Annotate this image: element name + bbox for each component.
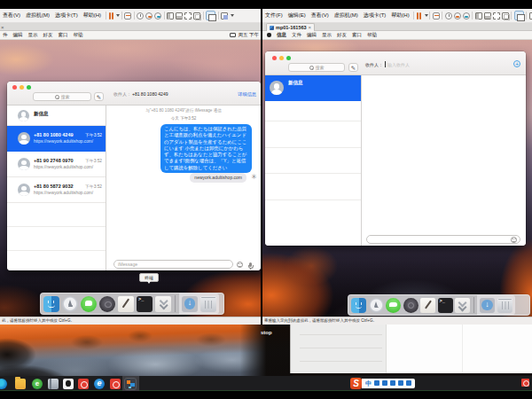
background-window[interactable] bbox=[290, 325, 532, 373]
minimize-button[interactable] bbox=[279, 56, 284, 60]
send-ctrl-alt-del-icon[interactable] bbox=[124, 12, 131, 20]
mac-menu-buddies[interactable]: 好友 bbox=[334, 32, 349, 38]
messages-icon[interactable] bbox=[81, 296, 97, 312]
pause-vm-button[interactable] bbox=[109, 12, 113, 20]
message-input[interactable]: iMessage bbox=[113, 260, 233, 269]
input-mode-zh[interactable]: 中 bbox=[365, 380, 372, 387]
sogou-tool-icon[interactable] bbox=[374, 380, 379, 386]
mac-menu-file[interactable]: 文件 bbox=[289, 32, 304, 38]
unity-mode-icon[interactable] bbox=[502, 12, 509, 20]
conversation-item-new[interactable]: 新信息 bbox=[7, 106, 106, 126]
tray-red-icon[interactable] bbox=[521, 379, 529, 387]
conversation-item-new-selected[interactable]: 新信息 bbox=[265, 75, 361, 101]
menubar-clock[interactable]: 周五 下午 bbox=[238, 32, 259, 38]
minimize-button[interactable] bbox=[20, 85, 24, 90]
close-button[interactable] bbox=[272, 56, 277, 60]
red-app-icon[interactable] bbox=[78, 379, 89, 389]
conversation-item[interactable]: +81 80 5872 9032 下午3:52 https://newyork.… bbox=[7, 177, 106, 203]
sogou-mic-icon[interactable] bbox=[382, 380, 387, 386]
vmware-taskbar-icon[interactable] bbox=[125, 379, 136, 389]
tab-close-icon[interactable]: × bbox=[309, 26, 312, 30]
fullscreen-icon[interactable] bbox=[184, 12, 192, 20]
link-bubble[interactable]: newyork.adultishop.com bbox=[190, 173, 246, 183]
mac-menu-view[interactable]: 显示 bbox=[26, 32, 41, 38]
menu-edit[interactable]: 编辑(E) bbox=[286, 12, 309, 20]
input-method-icon[interactable] bbox=[230, 33, 236, 37]
zoom-button[interactable] bbox=[286, 56, 291, 60]
menu-file[interactable]: 文件(F) bbox=[262, 12, 286, 20]
search-input[interactable]: 搜索 bbox=[33, 92, 91, 101]
display-settings-icon[interactable] bbox=[221, 12, 228, 20]
file-explorer-icon[interactable] bbox=[15, 379, 26, 389]
mac-menu-buddies[interactable]: 好友 bbox=[41, 32, 56, 38]
search-input[interactable]: 搜索 bbox=[288, 63, 345, 72]
menu-vm[interactable]: 虚拟机(M) bbox=[23, 12, 52, 20]
dictation-mic-icon[interactable] bbox=[249, 262, 252, 267]
apple-menu-icon[interactable] bbox=[267, 33, 271, 37]
pause-dropdown-caret[interactable] bbox=[116, 14, 120, 17]
details-link[interactable]: 详细信息 bbox=[238, 91, 256, 98]
show-library-icon[interactable] bbox=[475, 12, 482, 20]
system-app-icon[interactable] bbox=[403, 298, 419, 313]
mac-menu-messages[interactable]: 信息 bbox=[274, 32, 289, 38]
sogou-skin-icon[interactable] bbox=[398, 380, 403, 386]
system-app-icon[interactable] bbox=[99, 296, 115, 312]
launchpad-icon[interactable] bbox=[369, 298, 384, 313]
notes-icon[interactable] bbox=[118, 296, 134, 312]
to-value[interactable]: +81 80 1080 4249 bbox=[132, 91, 168, 97]
mac-menu-help[interactable]: 帮助 bbox=[364, 32, 379, 38]
snapshot-clock-icon[interactable] bbox=[445, 12, 452, 20]
take-snapshot-icon[interactable] bbox=[454, 12, 461, 20]
conversation-item-selected[interactable]: +81 80 1080 4249 下午3:52 https://newyork.… bbox=[7, 126, 106, 152]
fullscreen-icon[interactable] bbox=[493, 12, 500, 20]
downloads-icon[interactable] bbox=[480, 298, 495, 313]
tab-close-icon[interactable]: × bbox=[1, 25, 4, 30]
browser-green-icon[interactable]: e bbox=[32, 379, 43, 389]
sogou-keyboard-icon[interactable] bbox=[390, 380, 395, 386]
downloads-icon[interactable] bbox=[182, 296, 198, 312]
sogou-logo-icon[interactable]: S bbox=[350, 378, 362, 389]
apple-app-icon[interactable] bbox=[63, 379, 74, 389]
menu-tabs[interactable]: 选项卡(T) bbox=[361, 12, 389, 20]
display-dropdown-caret[interactable] bbox=[231, 14, 234, 17]
browser-taskbar-icon[interactable] bbox=[0, 379, 7, 389]
menu-view[interactable]: 查看(V) bbox=[309, 12, 332, 20]
compose-button[interactable]: ✎ bbox=[348, 63, 358, 72]
mac-menu-file[interactable]: 件 bbox=[0, 32, 11, 38]
ie-browser-icon[interactable]: e bbox=[94, 379, 105, 389]
show-library-icon[interactable] bbox=[167, 12, 174, 20]
menu-tabs[interactable]: 选项卡(T) bbox=[52, 12, 81, 20]
notes-icon[interactable] bbox=[420, 298, 435, 313]
vm-tab[interactable]: mp01-161563 × bbox=[266, 23, 315, 31]
emoji-picker-icon[interactable] bbox=[237, 262, 243, 268]
screenshot-icon[interactable] bbox=[206, 11, 215, 20]
installer-icon[interactable] bbox=[155, 296, 171, 312]
sogou-toolbox-icon[interactable] bbox=[406, 380, 411, 386]
add-recipient-button[interactable]: + bbox=[513, 60, 520, 67]
menu-help[interactable]: 帮助(H) bbox=[81, 12, 104, 20]
mac-menu-view[interactable]: 显示 bbox=[319, 32, 334, 38]
pause-dropdown-caret[interactable] bbox=[425, 14, 428, 17]
conversation-item[interactable]: +81 90 2748 0970 下午3:52 https://newyork.… bbox=[7, 152, 106, 177]
pause-vm-button[interactable] bbox=[417, 12, 421, 20]
red-app-icon[interactable] bbox=[110, 379, 121, 389]
launchpad-icon[interactable] bbox=[62, 296, 78, 312]
send-ctrl-alt-del-icon[interactable] bbox=[433, 12, 440, 20]
trash-icon[interactable] bbox=[497, 298, 512, 313]
notebook-app-icon[interactable] bbox=[48, 379, 59, 389]
mac-menu-window[interactable]: 窗口 bbox=[56, 32, 71, 38]
finder-icon[interactable] bbox=[43, 296, 59, 312]
manage-snapshot-icon[interactable] bbox=[463, 12, 470, 20]
finder-icon[interactable] bbox=[351, 298, 366, 313]
compose-button[interactable]: ✎ bbox=[94, 92, 104, 101]
mac-menu-edit[interactable]: 编辑 bbox=[11, 32, 26, 38]
show-thumbnail-bar-icon[interactable] bbox=[484, 12, 491, 20]
screenshot-icon[interactable] bbox=[514, 11, 524, 20]
mac-menu-help[interactable]: 帮助 bbox=[71, 32, 86, 38]
mac-menu-edit[interactable]: 编辑 bbox=[304, 32, 319, 38]
manage-snapshot-icon[interactable] bbox=[154, 12, 161, 20]
installer-icon[interactable] bbox=[455, 298, 470, 313]
terminal-icon[interactable] bbox=[438, 298, 453, 313]
snapshot-clock-icon[interactable] bbox=[137, 12, 144, 20]
menu-view[interactable]: 查看(V) bbox=[0, 12, 23, 20]
